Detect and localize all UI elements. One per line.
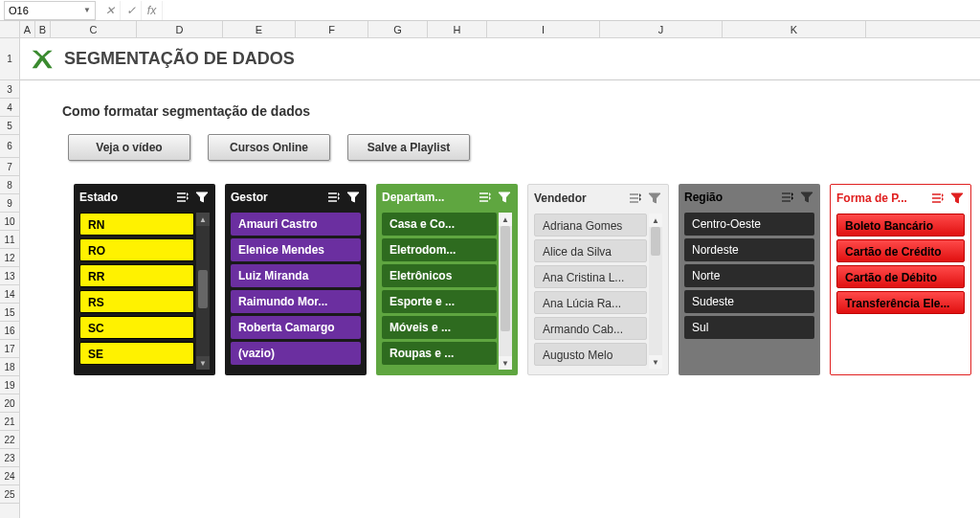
row-header[interactable]: 7 [0, 158, 19, 176]
scrollbar[interactable]: ▲▼ [499, 213, 512, 370]
scroll-down-icon[interactable]: ▼ [196, 356, 210, 370]
row-header[interactable]: 4 [0, 99, 19, 117]
select-all-corner[interactable] [0, 21, 20, 38]
row-header[interactable]: 25 [0, 485, 19, 504]
row-header[interactable]: 19 [0, 376, 19, 394]
name-box[interactable]: O16 ▼ [4, 1, 96, 20]
row-header[interactable]: 9 [0, 194, 19, 213]
slicer[interactable]: Departam...Casa e Co...Eletrodom...Eletr… [376, 184, 518, 375]
slicer-item[interactable]: (vazio) [231, 342, 361, 365]
clear-filter-icon[interactable] [345, 190, 361, 205]
row-header[interactable]: 1 [0, 38, 19, 80]
row-header[interactable]: 17 [0, 340, 19, 358]
slicer-item[interactable]: Roberta Camargo [231, 316, 361, 339]
action-button[interactable]: Cursos Online [208, 134, 330, 161]
row-header[interactable]: 5 [0, 117, 19, 135]
slicer-item[interactable]: Armando Cab... [534, 317, 647, 340]
slicer[interactable]: Forma de P...Boleto BancárioCartão de Cr… [830, 184, 971, 375]
column-header[interactable]: H [428, 21, 487, 37]
row-header[interactable]: 14 [0, 285, 19, 304]
slicer-item[interactable]: Cartão de Crédito [836, 239, 965, 262]
multi-select-icon[interactable] [930, 191, 946, 206]
action-button[interactable]: Salve a Playlist [347, 134, 470, 161]
slicer-item[interactable]: Nordeste [684, 238, 814, 261]
column-header[interactable]: B [35, 21, 51, 37]
row-header[interactable]: 12 [0, 249, 19, 267]
multi-select-icon[interactable] [326, 190, 342, 205]
row-header[interactable]: 13 [0, 267, 19, 285]
slicer-item[interactable]: Alice da Silva [534, 239, 647, 262]
column-header[interactable]: F [296, 21, 368, 37]
scrollbar[interactable]: ▲▼ [649, 214, 662, 369]
slicer-item[interactable]: Adriana Gomes [534, 214, 647, 236]
column-header[interactable]: C [51, 21, 137, 37]
column-header[interactable]: A [20, 21, 35, 37]
slicer-item[interactable]: RO [79, 238, 194, 261]
scroll-up-icon[interactable]: ▲ [499, 213, 512, 226]
slicer-item[interactable]: Cartão de Débito [836, 265, 965, 288]
clear-filter-icon[interactable] [647, 191, 662, 206]
check-icon[interactable]: ✓ [121, 1, 142, 20]
multi-select-icon[interactable] [628, 191, 643, 206]
scroll-thumb[interactable] [198, 270, 208, 308]
slicer-item[interactable]: Móveis e ... [382, 316, 497, 339]
row-header[interactable]: 8 [0, 176, 19, 194]
slicer-item[interactable]: Esporte e ... [382, 290, 497, 313]
scroll-thumb[interactable] [651, 227, 660, 256]
slicer-item[interactable]: RN [79, 213, 194, 236]
action-button[interactable]: Veja o vídeo [68, 134, 190, 161]
slicer-item[interactable]: Ana Cristina L... [534, 265, 647, 288]
clear-filter-icon[interactable] [799, 190, 814, 205]
slicer-item[interactable]: Amauri Castro [231, 213, 361, 236]
slicer-item[interactable]: Transferência Ele... [836, 291, 965, 314]
row-header[interactable]: 22 [0, 431, 19, 449]
clear-filter-icon[interactable] [497, 190, 512, 205]
slicer[interactable]: VendedorAdriana GomesAlice da SilvaAna C… [527, 184, 669, 375]
slicer-item[interactable]: SC [79, 316, 194, 339]
clear-filter-icon[interactable] [949, 191, 965, 206]
multi-select-icon[interactable] [780, 190, 795, 205]
row-header[interactable]: 18 [0, 358, 19, 376]
slicer-item[interactable]: Augusto Melo [534, 343, 647, 366]
slicer-item[interactable]: Luiz Miranda [231, 264, 361, 287]
slicer-item[interactable]: Ana Lúcia Ra... [534, 291, 647, 314]
column-header[interactable]: G [368, 21, 428, 37]
row-header[interactable]: 16 [0, 322, 19, 340]
slicer-item[interactable]: Elenice Mendes [231, 238, 361, 261]
scroll-thumb[interactable] [501, 226, 510, 331]
slicer-item[interactable]: Norte [684, 264, 814, 287]
slicer-item[interactable]: Sudeste [684, 290, 814, 313]
row-header[interactable]: 6 [0, 135, 19, 158]
slicer-item[interactable]: RS [79, 290, 194, 313]
column-header[interactable]: E [223, 21, 296, 37]
slicer-item[interactable]: Eletrônicos [382, 264, 497, 287]
slicer[interactable]: RegiãoCentro-OesteNordesteNorteSudesteSu… [679, 184, 820, 375]
slicer-item[interactable]: SE [79, 342, 194, 365]
multi-select-icon[interactable] [175, 190, 190, 205]
scroll-down-icon[interactable]: ▼ [649, 355, 662, 369]
slicer-item[interactable]: Roupas e ... [382, 342, 497, 365]
formula-input[interactable] [163, 1, 980, 20]
column-header[interactable]: J [600, 21, 723, 37]
scroll-up-icon[interactable]: ▲ [649, 214, 662, 227]
scroll-down-icon[interactable]: ▼ [499, 356, 512, 370]
slicer[interactable]: EstadoRNRORRRSSCSE▲▼ [74, 184, 215, 375]
slicer-item[interactable]: Casa e Co... [382, 213, 497, 236]
row-header[interactable]: 21 [0, 413, 19, 431]
row-header[interactable]: 3 [0, 80, 19, 99]
slicer-item[interactable]: Centro-Oeste [684, 213, 814, 236]
slicer[interactable]: GestorAmauri CastroElenice MendesLuiz Mi… [225, 184, 367, 375]
scroll-up-icon[interactable]: ▲ [196, 213, 210, 226]
row-header[interactable]: 20 [0, 394, 19, 413]
column-header[interactable]: D [137, 21, 223, 37]
fx-icon[interactable]: fx [142, 1, 163, 20]
slicer-item[interactable]: Raimundo Mor... [231, 290, 361, 313]
row-header[interactable]: 10 [0, 213, 19, 231]
slicer-item[interactable]: RR [79, 264, 194, 287]
row-header[interactable]: 15 [0, 304, 19, 322]
column-header[interactable]: I [487, 21, 600, 37]
row-header[interactable]: 11 [0, 231, 19, 249]
slicer-item[interactable]: Eletrodom... [382, 238, 497, 261]
slicer-item[interactable]: Sul [684, 316, 814, 339]
row-header[interactable]: 23 [0, 449, 19, 467]
